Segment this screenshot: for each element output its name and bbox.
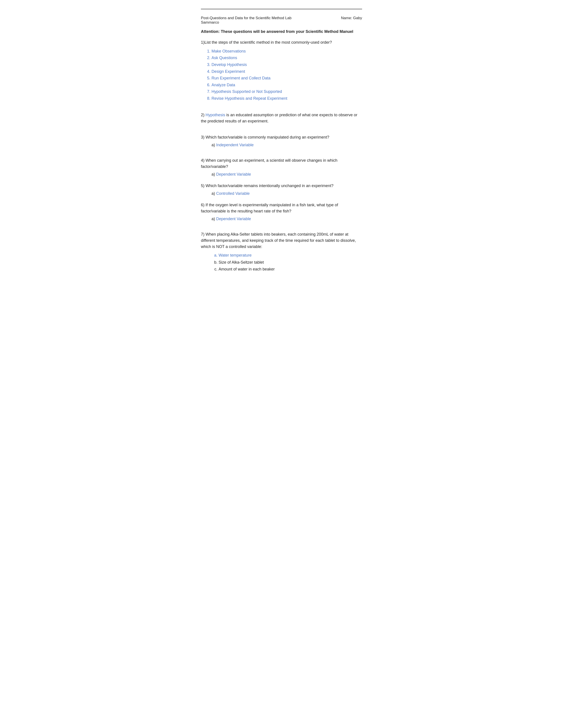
step-3: Develop Hypothesis <box>211 61 362 68</box>
question-3-answer-label: a) <box>211 143 216 147</box>
question-7-option-b-text: Size of Alka-Seltzer tablet <box>218 260 264 265</box>
question-7-option-c: Amount of water in each beaker <box>218 266 362 273</box>
question-7-options: Water temperature Size of Alka-Seltzer t… <box>218 252 362 273</box>
header-name: Name: Gaby <box>341 16 362 20</box>
question-7-option-c-text: Amount of water in each beaker <box>218 267 274 271</box>
step-2: Ask Questions <box>211 54 362 61</box>
attention-text: Attention: These questions will be answe… <box>201 29 362 35</box>
question-7-text: 7) When placing Alka-Selter tablets into… <box>201 231 362 250</box>
step-1: Make Observations <box>211 48 362 55</box>
question-5-text: 5) Which factor/variable remains intenti… <box>201 183 362 189</box>
question-3-answer-value: Independent Variable <box>216 143 254 147</box>
question-5-answer: a) Controlled Variable <box>211 191 362 196</box>
question-6-block: 6) If the oxygen level is experimentally… <box>201 202 362 221</box>
step-7: Hypothesis Supported or Not Supported <box>211 88 362 95</box>
question-4-answer-label: a) <box>211 172 216 176</box>
question-7-option-b: Size of Alka-Seltzer tablet <box>218 259 362 266</box>
question-4-text: 4) When carrying out an experiment, a sc… <box>201 158 362 170</box>
question-1-block: 1)List the steps of the scientific metho… <box>201 39 362 102</box>
question-5-answer-label: a) <box>211 191 216 196</box>
question-5-block: 5) Which factor/variable remains intenti… <box>201 183 362 196</box>
question-2-text: 2) Hypothesis is an educated assumption … <box>201 112 362 124</box>
question-6-text: 6) If the oxygen level is experimentally… <box>201 202 362 214</box>
steps-list: Make Observations Ask Questions Develop … <box>211 48 362 102</box>
attention-block: Attention: These questions will be answe… <box>201 29 362 35</box>
question-7-block: 7) When placing Alka-Selter tablets into… <box>201 231 362 273</box>
question-4-answer-value: Dependent Variable <box>216 172 251 176</box>
question-5-answer-value: Controlled Variable <box>216 191 250 196</box>
header-row: Post-Questions and Data for the Scientif… <box>201 16 362 25</box>
question-1-text: 1)List the steps of the scientific metho… <box>201 39 362 46</box>
header-sammarco: Sammarco <box>201 20 219 24</box>
question-3-text: 3) Which factor/variable is commonly man… <box>201 134 362 141</box>
step-6: Analyze Data <box>211 82 362 88</box>
step-5: Run Experiment and Collect Data <box>211 75 362 82</box>
header-left-text: Post-Questions and Data for the Scientif… <box>201 16 292 20</box>
header-left: Post-Questions and Data for the Scientif… <box>201 16 292 25</box>
header-right: Name: Gaby <box>341 16 362 20</box>
question-3-answer: a) Independent Variable <box>211 143 362 147</box>
question-4-answer: a) Dependent Variable <box>211 172 362 177</box>
question-2-block: 2) Hypothesis is an educated assumption … <box>201 112 362 124</box>
top-border <box>201 9 362 9</box>
question-7-option-a-text: Water temperature <box>218 253 251 257</box>
question-6-answer-value: Dependent Variable <box>216 217 251 221</box>
question-6-answer-label: a) <box>211 217 216 221</box>
question-2-prefix: 2) <box>201 113 205 117</box>
question-4-block: 4) When carrying out an experiment, a sc… <box>201 158 362 177</box>
step-4: Design Experiment <box>211 68 362 75</box>
step-8: Revise Hypothesis and Repeat Experiment <box>211 95 362 102</box>
question-2-highlight: Hypothesis <box>205 113 225 117</box>
question-3-block: 3) Which factor/variable is commonly man… <box>201 134 362 147</box>
question-6-answer: a) Dependent Variable <box>211 217 362 221</box>
question-7-option-a: Water temperature <box>218 252 362 259</box>
